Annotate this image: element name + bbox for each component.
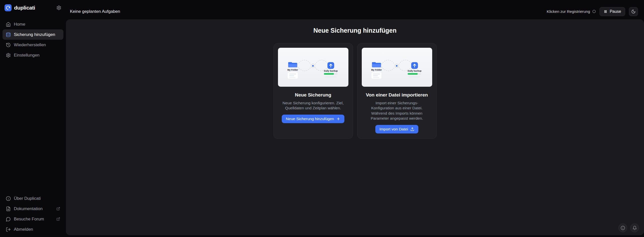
sidebar-item-label: Über Duplicati — [14, 196, 41, 201]
sidebar-item-logout[interactable]: Abmelden — [3, 224, 63, 234]
sidebar-item-about[interactable]: Über Duplicati — [3, 193, 63, 204]
theme-toggle-icon — [631, 9, 636, 14]
source-folder-label: My Folder — [287, 69, 298, 71]
duplicati-logo[interactable] — [5, 4, 12, 11]
external-link-icon — [56, 217, 60, 221]
add-backup-button[interactable]: Neue Sicherung hinzufügen — [282, 115, 344, 123]
sidebar-item-settings[interactable]: Einstellungen — [3, 50, 63, 60]
progress-bar — [324, 73, 334, 75]
content-panel: Neue Sicherung hinzufügen — [66, 19, 644, 235]
system-info-button[interactable] — [618, 223, 627, 232]
card-description: Import einer Sicherungs-Konfiguration au… — [365, 101, 429, 121]
document-icon — [6, 206, 11, 211]
register-link[interactable]: Klicken zur Registrierung — [547, 9, 595, 14]
add-backup-button-label: Neue Sicherung hinzufügen — [286, 117, 334, 121]
restore-history-icon — [6, 42, 11, 48]
new-backup-card[interactable]: My Folder Daily backup — [273, 43, 353, 139]
plus-icon — [336, 117, 340, 121]
info-icon — [621, 226, 625, 230]
sidebar-item-documentation[interactable]: Dokumentation — [3, 204, 63, 214]
sidebar-item-label: Abmelden — [14, 227, 33, 232]
target-app-label: Daily backup — [324, 70, 338, 72]
scheduled-tasks-status: Keine geplanten Aufgaben — [70, 9, 120, 14]
sidebar-footer: Über Duplicati Dokumentation Besuche For… — [0, 193, 66, 234]
backup-illustration: My Folder Daily backup — [278, 48, 348, 87]
sidebar-item-forum[interactable]: Besuche Forum — [3, 214, 63, 224]
home-icon — [6, 22, 11, 27]
theme-toggle-button[interactable] — [629, 7, 638, 16]
gear-icon — [56, 5, 61, 10]
logout-icon — [6, 227, 11, 232]
card-title: Neue Sicherung — [295, 92, 331, 98]
import-file-button-label: Import von Datei — [379, 127, 408, 131]
bell-icon — [632, 226, 637, 230]
settings-gear-button[interactable] — [56, 5, 61, 10]
sidebar-nav: Home Sicherung hinzufügen Wiederherstell… — [0, 16, 66, 60]
pause-label: Pause — [610, 9, 621, 14]
notifications-button[interactable] — [630, 223, 639, 232]
settings-icon — [6, 53, 11, 58]
brand-name: duplicati — [14, 5, 35, 11]
import-file-button[interactable]: Import von Datei — [375, 125, 418, 133]
database-icon — [6, 32, 11, 37]
register-status-icon — [592, 10, 596, 13]
import-backup-card[interactable]: My Folder Daily backup — [357, 43, 437, 139]
sidebar-item-label: Sicherung hinzufügen — [14, 32, 55, 37]
progress-bar — [408, 73, 418, 75]
backup-illustration: My Folder Daily backup — [362, 48, 432, 87]
sidebar-item-home[interactable]: Home — [3, 19, 63, 29]
pause-icon — [603, 10, 608, 14]
card-description: Neue Sicherung konfigurieren. Ziel, Quel… — [281, 101, 346, 111]
pause-button[interactable]: Pause — [599, 7, 625, 16]
source-folder-label: My Folder — [371, 69, 382, 71]
app-root: duplicati Home Sicherung hinzufügen — [0, 0, 644, 237]
info-icon — [6, 196, 11, 201]
card-title: Von einer Datei importieren — [366, 92, 428, 98]
sidebar: duplicati Home Sicherung hinzufügen — [0, 0, 66, 237]
chat-icon — [6, 217, 11, 222]
duplicati-logo-icon — [6, 6, 10, 10]
sidebar-item-restore[interactable]: Wiederherstellen — [3, 40, 63, 50]
sidebar-item-label: Besuche Forum — [14, 217, 44, 222]
card-group: My Folder Daily backup — [66, 43, 644, 139]
sidebar-item-label: Home — [14, 22, 25, 27]
sidebar-item-add-backup[interactable]: Sicherung hinzufügen — [3, 29, 63, 40]
sidebar-item-label: Wiederherstellen — [14, 42, 46, 48]
topbar-actions: Klicken zur Registrierung Pause — [547, 7, 638, 16]
sidebar-header: duplicati — [0, 0, 66, 16]
upload-icon — [410, 127, 414, 131]
page-title: Neue Sicherung hinzufügen — [66, 19, 644, 34]
register-label: Klicken zur Registrierung — [547, 9, 590, 14]
external-link-icon — [56, 207, 60, 211]
floating-actions — [618, 223, 639, 232]
target-app-label: Daily backup — [408, 70, 422, 72]
sidebar-item-label: Einstellungen — [14, 53, 39, 58]
topbar: Keine geplanten Aufgaben Klicken zur Reg… — [66, 0, 644, 19]
sidebar-item-label: Dokumentation — [14, 206, 43, 211]
